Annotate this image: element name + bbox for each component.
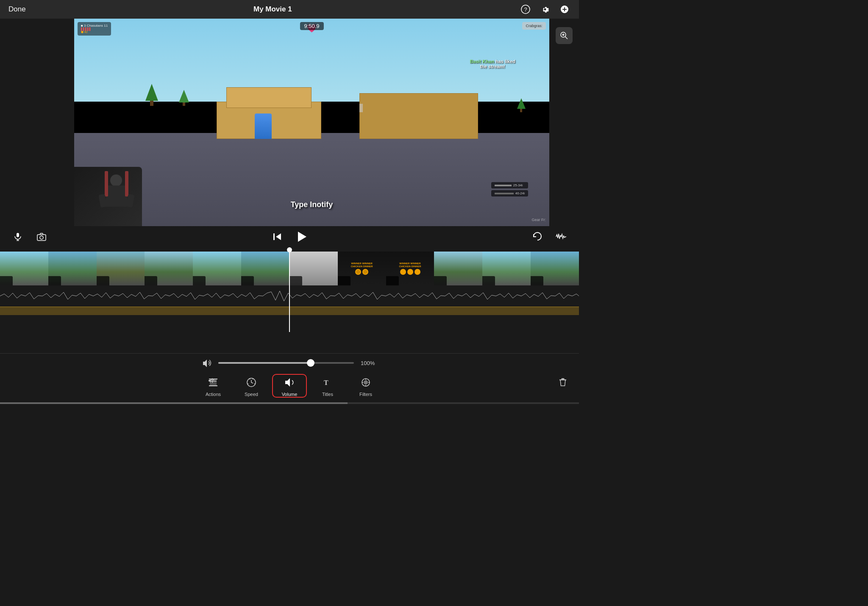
titles-icon: T — [320, 375, 335, 390]
settings-button[interactable] — [539, 3, 551, 15]
project-title: My Movie 1 — [253, 5, 292, 14]
zoom-button[interactable] — [556, 27, 573, 44]
volume-icon[interactable] — [201, 358, 211, 368]
tool-speed[interactable]: Speed — [232, 372, 270, 399]
sidebar-left — [0, 19, 74, 226]
volume-fill — [218, 362, 311, 364]
bottom-progress-bar — [0, 402, 579, 404]
svg-rect-11 — [273, 233, 275, 240]
video-preview: ■ 3 Chasutans 11 ▌▌▌▌▌ ⬟ 42 💗 9:50.9 Cra… — [74, 19, 549, 226]
delete-button[interactable] — [555, 374, 570, 389]
timeline-segment[interactable] — [241, 252, 289, 285]
svg-text:T: T — [324, 379, 328, 386]
transport-center — [270, 229, 309, 244]
audio-waveform-button[interactable] — [554, 229, 569, 244]
filters-icon — [358, 375, 373, 390]
timeline-segment[interactable] — [193, 252, 241, 285]
speed-label: Speed — [245, 392, 258, 397]
video-top-right-label: Crabgras: — [522, 22, 546, 30]
video-notification: Basit Khan has likedthe stream! — [470, 59, 515, 69]
help-button[interactable]: ? — [520, 3, 531, 15]
skip-back-button[interactable] — [270, 229, 285, 244]
video-frame: ■ 3 Chasutans 11 ▌▌▌▌▌ ⬟ 42 💗 9:50.9 Cra… — [74, 19, 549, 226]
add-button[interactable] — [559, 3, 570, 15]
timeline-segment[interactable] — [434, 252, 482, 285]
tool-titles[interactable]: T Titles — [309, 372, 347, 399]
tool-actions[interactable]: Actions — [194, 372, 232, 399]
video-bottom-text: Type Inotify — [291, 200, 333, 209]
volume-tool-icon — [282, 375, 297, 390]
timeline-area: WINNER WINNERCHICKEN DINNER WINNER WI — [0, 247, 579, 332]
bottom-progress-fill — [0, 402, 348, 404]
volume-percentage: 100% — [361, 360, 378, 366]
video-hud: ■ 3 Chasutans 11 ▌▌▌▌▌ ⬟ 42 — [78, 22, 111, 36]
actions-label: Actions — [206, 392, 221, 397]
done-button[interactable]: Done — [8, 5, 26, 14]
bottom-toolbar: 100% Actions — [0, 353, 579, 404]
mic-button[interactable] — [10, 229, 25, 244]
timeline-segment[interactable] — [97, 252, 145, 285]
weapon-hud: 25-34i 40-24i — [491, 182, 528, 196]
timeline-segment[interactable] — [531, 252, 579, 285]
transport-right — [530, 229, 569, 244]
timeline-segment[interactable] — [145, 252, 193, 285]
undo-button[interactable] — [530, 229, 545, 244]
top-bar-left: Done — [8, 5, 26, 14]
volume-label: Volume — [282, 392, 298, 397]
timeline-segment[interactable] — [0, 252, 48, 285]
video-watermark: Gear Fr: — [531, 218, 546, 222]
timeline-segment-winner[interactable]: WINNER WINNERCHICKEN DINNER — [338, 252, 386, 285]
svg-point-10 — [40, 236, 43, 239]
timeline-segment[interactable] — [482, 252, 531, 285]
volume-row: 100% — [0, 354, 579, 372]
video-timer: 9:50.9 — [300, 22, 323, 30]
streamer-cam — [74, 167, 142, 226]
speed-icon — [244, 375, 259, 390]
preview-area: ■ 3 Chasutans 11 ▌▌▌▌▌ ⬟ 42 💗 9:50.9 Cra… — [0, 19, 579, 226]
play-button[interactable] — [294, 229, 309, 244]
transport-bar — [0, 226, 579, 247]
sidebar-right — [549, 19, 579, 226]
tool-filters[interactable]: Filters — [347, 372, 385, 399]
top-bar-right: ? — [520, 3, 570, 15]
svg-rect-9 — [37, 235, 46, 241]
volume-thumb[interactable] — [307, 359, 314, 367]
top-bar: Done My Movie 1 ? — [0, 0, 579, 19]
svg-text:?: ? — [524, 6, 527, 13]
toolbar-tools: Actions Speed Volume — [0, 372, 579, 399]
timeline-segment[interactable] — [48, 252, 97, 285]
volume-slider[interactable] — [218, 362, 354, 364]
tool-volume[interactable]: Volume — [270, 372, 309, 399]
timeline-playhead — [289, 247, 290, 332]
svg-point-16 — [364, 380, 368, 385]
actions-icon — [206, 375, 221, 390]
svg-rect-6 — [17, 233, 19, 237]
camera-button[interactable] — [34, 229, 49, 244]
titles-label: Titles — [322, 392, 333, 397]
transport-left — [10, 229, 49, 244]
filters-label: Filters — [359, 392, 372, 397]
svg-line-3 — [565, 37, 568, 39]
timeline-segment[interactable] — [289, 252, 338, 285]
timeline-segment-winner2[interactable]: WINNER WINNERCHICKEN DINNER — [386, 252, 434, 285]
